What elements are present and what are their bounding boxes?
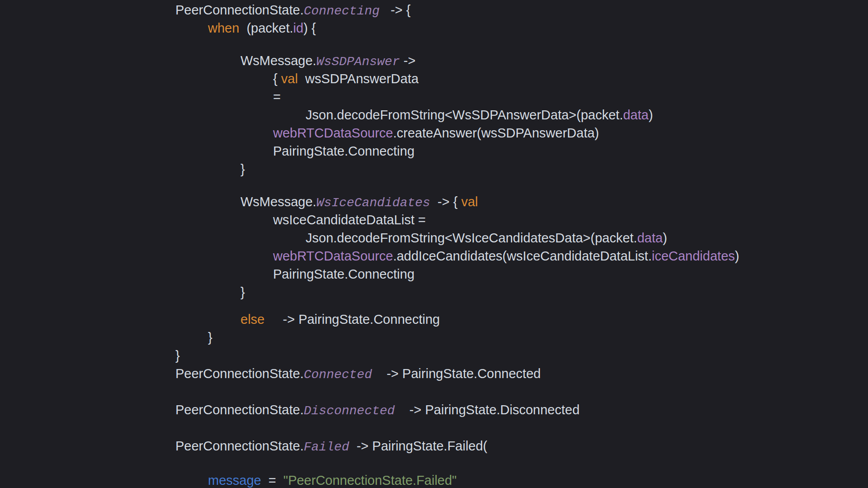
code-token-plain: PairingState.Connecting [273,267,415,281]
code-token-plain: -> PairingState.Connected [372,366,541,381]
code-token-plain: -> PairingState.Connecting [264,312,440,327]
code-token-kw: else [241,312,264,327]
code-line: webRTCDataSource.addIceCandidates(wsIceC… [175,247,739,265]
code-line: PeerConnectionState.Connected -> Pairing… [175,365,739,383]
code-token-plain: Json.decodeFromString<WsIceCandidatesDat… [306,231,637,245]
code-token-plain: .createAnswer(wsSDPAnswerData) [393,126,599,140]
code-token-plain: PeerConnectionState. [175,439,304,453]
code-token-plain: ) [735,249,740,263]
code-token-plain: PeerConnectionState. [175,3,304,17]
code-token-enum: Connected [304,368,372,382]
code-token-prop: id [293,21,304,35]
code-token-kw: val [461,194,478,209]
code-token-str: "PeerConnectionState.Failed" [283,473,457,488]
code-token-plain: } [241,285,245,299]
code-token-prop: iceCandidates [652,249,735,263]
code-token-plain: } [175,348,180,363]
code-token-plain: ) [663,231,667,245]
code-line: } [175,346,739,365]
code-line: } [175,160,739,178]
code-token-plain: -> { [380,3,411,17]
code-token-prop: data [623,108,648,122]
code-token-plain: WsMessage. [241,53,316,68]
code-token-decl: message [208,473,261,488]
code-line: PeerConnectionState.Disconnected -> Pair… [175,401,739,419]
code-token-plain: -> PairingState.Disconnected [395,403,580,417]
code-line: else -> PairingState.Connecting [175,310,739,328]
code-token-enum: WsIceCandidates [316,196,430,210]
code-line: PairingState.Connecting [175,265,739,283]
code-token-enum: WsSDPAnswer [316,55,400,69]
code-token-kw: val [281,71,298,86]
code-token-plain: PairingState.Connecting [273,144,415,158]
code-token-kw: when [208,21,239,35]
code-line: PairingState.Connecting [175,142,739,160]
code-token-plain: ) { [303,21,316,35]
code-token-plain: .addIceCandidates(wsIceCandidateDataList… [393,249,651,263]
code-line: webRTCDataSource.createAnswer(wsSDPAnswe… [175,124,739,142]
code-token-enum: Disconnected [304,404,395,418]
screen: { "colors": { "background": "#1e1e23", "… [0,0,868,488]
code-line: } [175,328,739,346]
code-token-plain: } [208,330,212,345]
code-token-plain: WsMessage. [241,194,316,209]
code-token-plain: } [241,162,245,176]
code-block: PeerConnectionState.Connecting -> {when … [175,1,739,488]
code-line: message = "PeerConnectionState.Failed" [175,471,739,488]
code-token-plain: -> PairingState.Failed( [349,439,487,453]
code-token-plain: -> [400,53,415,68]
code-line: PeerConnectionState.Connecting -> { [175,1,739,19]
code-token-plain: PeerConnectionState. [175,366,304,381]
code-token-plain: { [273,71,281,86]
code-line: { val wsSDPAnswerData [175,70,739,88]
code-line: Json.decodeFromString<WsSDPAnswerData>(p… [175,106,739,124]
code-token-plain: ) [649,108,653,122]
code-token-plain: = [261,473,283,488]
code-token-prop: webRTCDataSource [273,249,393,263]
code-line: Json.decodeFromString<WsIceCandidatesDat… [175,229,739,247]
code-line: WsMessage.WsIceCandidates -> { val [175,193,739,211]
code-line: } [175,283,739,301]
code-token-plain: Json.decodeFromString<WsSDPAnswerData>(p… [306,108,623,122]
code-token-plain: = [273,90,281,104]
code-token-prop: data [637,231,662,245]
code-line: PeerConnectionState.Failed -> PairingSta… [175,437,739,455]
code-line: wsIceCandidateDataList = [175,211,739,229]
code-token-plain: wsSDPAnswerData [298,71,419,86]
code-line: = [175,88,739,106]
code-token-enum: Failed [304,440,349,454]
code-token-plain: wsIceCandidateDataList = [273,213,426,227]
code-token-prop: webRTCDataSource [273,126,393,140]
code-token-plain: (packet. [239,21,293,35]
code-token-enum: Connecting [304,4,380,18]
code-token-plain: PeerConnectionState. [175,403,304,417]
code-line: when (packet.id) { [175,19,739,37]
code-line: WsMessage.WsSDPAnswer -> [175,52,739,70]
code-token-plain: -> { [430,194,462,209]
